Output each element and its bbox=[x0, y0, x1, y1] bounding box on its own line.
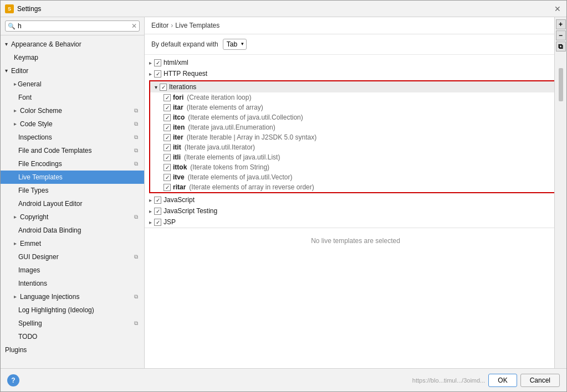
checkbox-ritar[interactable] bbox=[164, 184, 171, 191]
template-desc-iten: (Iterate java.util.Enumeration) bbox=[188, 123, 275, 131]
checkbox-itit[interactable] bbox=[164, 144, 171, 151]
group-iterations-header[interactable]: ▾ Iterations bbox=[150, 81, 561, 92]
group-name-http-request: HTTP Request bbox=[164, 70, 207, 78]
title-bar-left: S Settings bbox=[5, 4, 41, 13]
checkbox-itar[interactable] bbox=[164, 104, 171, 111]
sidebar-item-file-code-templates[interactable]: File and Code Templates ⧉ bbox=[1, 144, 144, 157]
title-bar: S Settings ✕ bbox=[1, 1, 566, 17]
template-itco[interactable]: itco (Iterate elements of java.util.Coll… bbox=[150, 112, 561, 122]
search-input[interactable] bbox=[18, 22, 131, 30]
template-itar[interactable]: itar (Iterate elements of array) bbox=[150, 102, 561, 112]
sidebar-item-spelling[interactable]: Spelling ⧉ bbox=[1, 317, 144, 330]
template-fori[interactable]: fori (Create iteration loop) bbox=[150, 92, 561, 102]
checkbox-jsp[interactable] bbox=[154, 219, 161, 226]
scrollbar-thumb[interactable] bbox=[559, 68, 563, 101]
template-itit[interactable]: itit (Iterate java.util.Iterator) bbox=[150, 142, 561, 152]
scrollbar-bottom bbox=[559, 360, 563, 365]
group-javascript[interactable]: ▸ JavaScript bbox=[145, 194, 566, 205]
template-itve[interactable]: itve (Iterate elements of java.util.Vect… bbox=[150, 172, 561, 182]
expand-dropdown[interactable]: Tab ▾ bbox=[223, 39, 247, 50]
checkbox-javascript-testing[interactable] bbox=[154, 208, 161, 215]
window-title: Settings bbox=[17, 5, 41, 13]
clear-icon[interactable]: ✕ bbox=[131, 22, 137, 30]
template-itli[interactable]: itli (Iterate elements of java.util.List… bbox=[150, 152, 561, 162]
sidebar-item-live-templates[interactable]: Live Templates bbox=[1, 171, 144, 184]
settings-window: S Settings ✕ 🔍 ✕ ▾ Appearance & Behavior bbox=[0, 0, 567, 392]
template-desc-itli: (Iterate elements of java.util.List) bbox=[184, 153, 280, 161]
no-selection-area: No live templates are selected bbox=[145, 228, 566, 254]
group-name-jsp: JSP bbox=[164, 218, 176, 226]
checkbox-http-request[interactable] bbox=[154, 70, 161, 78]
template-desc-itit: (Iterate java.util.Iterator) bbox=[185, 143, 255, 151]
sidebar: 🔍 ✕ ▾ Appearance & Behavior Keymap ▾ Edi… bbox=[1, 17, 145, 368]
group-http-request[interactable]: ▸ HTTP Request bbox=[145, 68, 566, 79]
sidebar-item-file-types[interactable]: File Types bbox=[1, 184, 144, 197]
sidebar-item-android-layout[interactable]: Android Layout Editor bbox=[1, 197, 144, 210]
sidebar-item-language-injections[interactable]: ▸ Language Injections ⧉ bbox=[1, 290, 144, 303]
group-jsp[interactable]: ▸ JSP bbox=[145, 216, 566, 228]
group-html-xml[interactable]: ▸ html/xml bbox=[145, 57, 566, 68]
scrollbar-track bbox=[559, 57, 563, 359]
sidebar-item-todo[interactable]: TODO bbox=[1, 330, 144, 343]
checkbox-iterations[interactable] bbox=[160, 84, 167, 91]
ok-button[interactable]: OK bbox=[488, 374, 517, 387]
checkbox-itve[interactable] bbox=[164, 174, 171, 181]
dialog-footer: ? https://blo...timul.../3oimd... OK Can… bbox=[1, 368, 566, 391]
checkbox-iter[interactable] bbox=[164, 134, 171, 141]
search-icon: 🔍 bbox=[8, 23, 16, 30]
sidebar-item-inspections[interactable]: Inspections ⧉ bbox=[1, 131, 144, 144]
sidebar-item-log-highlighting[interactable]: Log Highlighting (Ideolog) bbox=[1, 303, 144, 317]
iterations-border: ▾ Iterations fori (Create iteration loop… bbox=[149, 80, 562, 193]
remove-template-button[interactable]: − bbox=[556, 30, 566, 40]
group-name-html-xml: html/xml bbox=[164, 59, 188, 66]
sidebar-item-font[interactable]: Font bbox=[1, 91, 144, 104]
sidebar-item-copyright[interactable]: ▸ Copyright ⧉ bbox=[1, 210, 144, 224]
checkbox-ittok[interactable] bbox=[164, 164, 171, 171]
template-desc-fori: (Create iteration loop) bbox=[187, 94, 251, 101]
checkbox-javascript[interactable] bbox=[154, 197, 161, 204]
arrow-right-icon: ▸ bbox=[149, 219, 152, 225]
cancel-button[interactable]: Cancel bbox=[520, 374, 560, 387]
sidebar-item-emmet[interactable]: ▸ Emmet bbox=[1, 237, 144, 250]
arrow-down-icon: ▾ bbox=[5, 66, 8, 76]
help-button[interactable]: ? bbox=[7, 374, 19, 386]
template-ittok[interactable]: ittok (Iterate tokens from String) bbox=[150, 162, 561, 172]
template-iter[interactable]: iter (Iterate Iterable | Array in J2SDK … bbox=[150, 132, 561, 142]
expand-value: Tab bbox=[227, 40, 237, 48]
checkbox-iten[interactable] bbox=[164, 124, 171, 131]
checkbox-itco[interactable] bbox=[164, 114, 171, 121]
copy-icon: ⧉ bbox=[132, 253, 140, 261]
sidebar-item-appearance[interactable]: ▾ Appearance & Behavior bbox=[1, 38, 144, 51]
arrow-down-icon: ▾ bbox=[155, 84, 157, 90]
add-template-button[interactable]: + bbox=[556, 19, 566, 29]
arrow-right-icon: ▸ bbox=[14, 239, 17, 249]
copy-template-button[interactable]: ⧉ bbox=[556, 42, 566, 51]
sidebar-item-gui-designer[interactable]: GUI Designer ⧉ bbox=[1, 250, 144, 264]
sidebar-item-file-encodings[interactable]: File Encodings ⧉ bbox=[1, 157, 144, 171]
checkbox-fori[interactable] bbox=[164, 94, 171, 101]
group-javascript-testing[interactable]: ▸ JavaScript Testing bbox=[145, 205, 566, 216]
template-key-itco: itco bbox=[173, 114, 185, 121]
sidebar-item-android-data-binding[interactable]: Android Data Binding bbox=[1, 224, 144, 237]
template-desc-ittok: (Iterate tokens from String) bbox=[190, 163, 269, 171]
checkbox-itli[interactable] bbox=[164, 154, 171, 161]
sidebar-item-code-style[interactable]: ▸ Code Style ⧉ bbox=[1, 117, 144, 131]
arrow-right-icon: ▸ bbox=[14, 106, 17, 116]
breadcrumb-live-templates: Live Templates bbox=[175, 22, 219, 29]
sidebar-item-images[interactable]: Images bbox=[1, 264, 144, 277]
group-name-iterations: Iterations bbox=[169, 83, 196, 91]
sidebar-item-plugins[interactable]: Plugins bbox=[1, 343, 144, 357]
sidebar-item-color-scheme[interactable]: ▸ Color Scheme ⧉ bbox=[1, 104, 144, 117]
sidebar-item-editor[interactable]: ▾ Editor bbox=[1, 64, 144, 78]
sidebar-item-intentions[interactable]: Intentions bbox=[1, 277, 144, 290]
template-desc-itco: (Iterate elements of java.util.Collectio… bbox=[188, 114, 303, 121]
template-iten[interactable]: iten (Iterate java.util.Enumeration) bbox=[150, 122, 561, 132]
sidebar-item-general[interactable]: ▸ General bbox=[1, 78, 144, 91]
copy-icon: ⧉ bbox=[132, 213, 140, 221]
content-area: Editor › Live Templates By default expan… bbox=[145, 17, 566, 368]
sidebar-item-keymap[interactable]: Keymap bbox=[1, 51, 144, 64]
arrow-right-icon: ▸ bbox=[149, 60, 152, 66]
checkbox-html-xml[interactable] bbox=[154, 59, 161, 66]
close-button[interactable]: ✕ bbox=[553, 4, 562, 13]
template-ritar[interactable]: ritar (Iterate elements of array in reve… bbox=[150, 182, 561, 192]
